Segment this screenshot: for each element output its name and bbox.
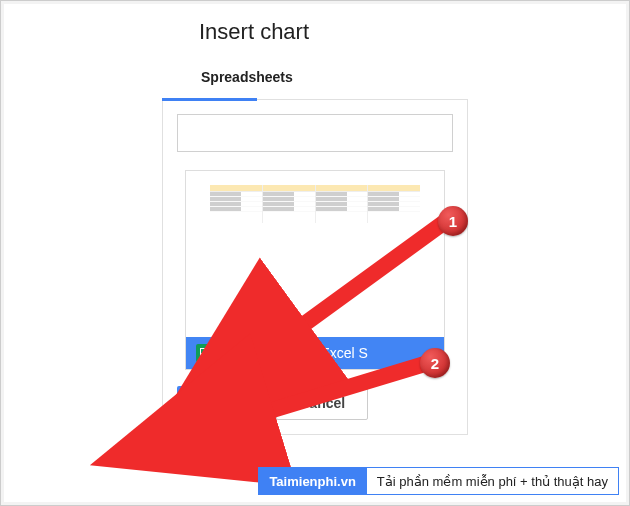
select-button[interactable]: Select (177, 386, 262, 420)
sheets-icon (196, 344, 214, 362)
file-name-label: My Super Cool Excel S (224, 345, 368, 361)
file-picker-panel: My Super Cool Excel S Select Cancel (162, 100, 468, 435)
watermark-tagline: Tải phần mềm miễn phí + thủ thuật hay (367, 467, 619, 495)
search-input[interactable] (177, 114, 453, 152)
tab-separator (162, 99, 468, 100)
file-preview-thumbnail (186, 171, 444, 339)
dialog-button-row: Select Cancel (177, 386, 453, 420)
watermark-banner: Taimienphi.vn Tải phần mềm miễn phí + th… (258, 467, 619, 495)
dialog-title: Insert chart (199, 19, 621, 45)
tab-spreadsheets[interactable]: Spreadsheets (199, 63, 295, 99)
tab-bar: Spreadsheets (199, 63, 621, 99)
insert-chart-dialog: Insert chart Spreadsheets (9, 19, 621, 435)
spreadsheet-file-card[interactable]: My Super Cool Excel S (185, 170, 445, 370)
watermark-brand: Taimienphi.vn (258, 467, 366, 495)
cancel-button[interactable]: Cancel (276, 386, 368, 420)
active-tab-underline (162, 98, 257, 101)
file-card-footer: My Super Cool Excel S (186, 337, 444, 369)
